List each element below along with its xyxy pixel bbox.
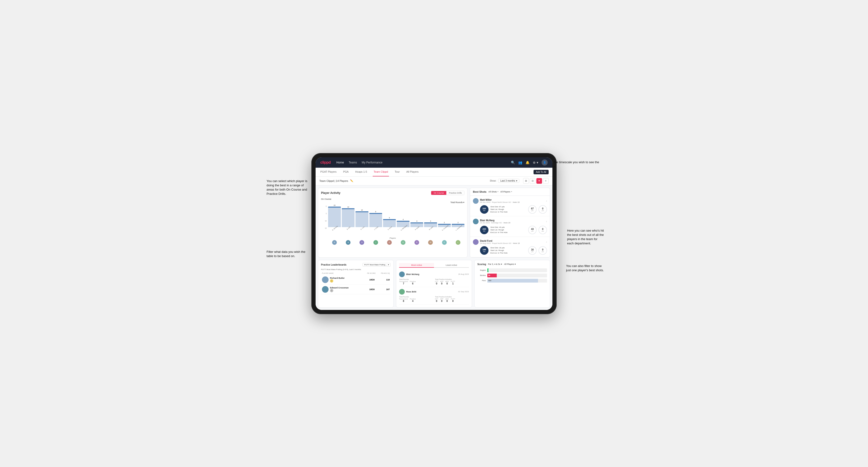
player-info: David Ford 24 Aug 2023 · Royal North Dev… (480, 240, 545, 244)
stat-value-1: 16 (531, 248, 533, 251)
player-avatar-8[interactable]: E (442, 240, 447, 245)
bar[interactable] (383, 219, 396, 227)
all-shots-dropdown[interactable]: All Shots ▾ (488, 191, 498, 193)
shot-item-2[interactable]: David Ford 24 Aug 2023 · Royal North Dev… (470, 237, 550, 257)
arg-stat: ARG 0 (445, 298, 449, 302)
tab-pgat[interactable]: PGAT Players (319, 168, 338, 177)
edit-icon[interactable]: ✏️ (350, 179, 353, 182)
scoring-arrow1-icon: ▾ (501, 263, 502, 266)
shot-details: 198 SG Shot Dist: 16 ydsStart Lie: Rough… (473, 246, 547, 255)
annotation-best-shots: Here you can see who's hit the best shot… (567, 228, 604, 246)
badge-value: 200 (483, 228, 486, 230)
practice-activities-group: Total Practice Activities GTT 0 APP 0 AR… (435, 296, 469, 302)
bar[interactable] (452, 224, 464, 227)
bar[interactable] (410, 222, 423, 227)
chart-dropdown[interactable]: Total Rounds ▾ (450, 201, 464, 204)
view-grid2-button[interactable]: ⊞ (523, 178, 529, 184)
y-label-15: 15 (321, 227, 327, 229)
player-avatar-2[interactable]: D (360, 240, 364, 245)
active-avatar (399, 272, 405, 277)
rounds-stats: Tournament 8 Practice 4 (399, 298, 433, 302)
player-avatar-3[interactable]: J (373, 240, 378, 245)
dropdown-chevron-icon: ▾ (463, 201, 464, 204)
player-avatar-1[interactable]: B (346, 240, 350, 245)
add-button[interactable]: ⊕ ▾ (533, 161, 538, 164)
col-pb-avg: PB AVG SQ (375, 272, 390, 274)
player-info: Matt Miller 09 Jun 2023 · Royal North De… (480, 198, 545, 203)
bar[interactable] (342, 208, 354, 227)
bar-highlight (369, 213, 382, 214)
bar[interactable] (424, 222, 437, 227)
nav-teams[interactable]: Teams (349, 161, 357, 164)
stat-unit-1: yds (531, 251, 533, 252)
practice-avatar (322, 276, 329, 283)
bottom-grid: Practice Leaderboards PUTT Must Make Put… (316, 260, 552, 310)
show-dropdown[interactable]: Last 3 months ▾ (498, 179, 519, 183)
badge-sub: SG (483, 251, 486, 252)
tournament-stat: Tournament 7 (399, 281, 408, 285)
bar-group-1: 12 B. Britt (342, 206, 354, 229)
scoring-bars: Eagles 3 Birdies 96 Pars 499 (477, 269, 547, 283)
avatar[interactable]: 👤 (541, 159, 548, 165)
player-meta: 23 Jul 2023 · Ashridge GC · Hole 15 (480, 222, 545, 224)
tab-team-clippd[interactable]: Team Clippd (373, 168, 389, 177)
player-avatar-7[interactable]: M (428, 240, 433, 245)
practice-player: Edward Crossman 2 (322, 286, 360, 293)
stat-value-2: 0 (542, 248, 544, 251)
player-avatar-6[interactable]: R (414, 240, 419, 245)
practice-table-header: PLAYER NAME PB SCORE PB AVG SQ (321, 272, 391, 274)
add-team-button[interactable]: Add To All (533, 170, 549, 174)
all-players-dropdown[interactable]: All Players ▾ (500, 191, 512, 193)
scoring-filter1[interactable]: Par 3, 4 & 5s ▾ (488, 263, 502, 266)
scoring-row-pars: Pars 499 (477, 279, 547, 283)
practice-rows: Richard Butler 1 19/20 110 Edward Crossm… (321, 275, 391, 294)
player-avatar-9[interactable]: L (456, 240, 460, 245)
scoring-label-birdies: Birdies (477, 274, 486, 276)
tab-pga[interactable]: PGA (342, 168, 349, 177)
bar[interactable] (397, 221, 409, 227)
bar[interactable] (328, 207, 341, 227)
bar-highlight (410, 222, 423, 223)
practice-drills-toggle[interactable]: Practice Drills (446, 191, 464, 195)
scoring-filter2[interactable]: All Players ▾ (504, 263, 516, 266)
team-title: Team Clippd | 14 Players (319, 180, 348, 182)
player-avatar-5[interactable]: G (401, 240, 405, 245)
tab-all-players[interactable]: All Players (405, 168, 420, 177)
player-avatar-0[interactable]: B (332, 240, 337, 245)
bell-button[interactable]: 🔔 (526, 161, 530, 164)
stats-row: Total Rounds Tournament 7 Practice 6 Tot… (399, 279, 469, 285)
tab-tour[interactable]: Tour (394, 168, 401, 177)
active-player-header: Rees Britt 02 Sep 2023 (399, 289, 469, 294)
col-player-name: PLAYER NAME (322, 272, 361, 274)
practice-dropdown[interactable]: PUTT Must Make Putting ... ▾ (363, 263, 391, 267)
practice-value: 4 (412, 300, 413, 302)
active-tabs: Most Active Least Active (399, 263, 469, 268)
player-avatar-4[interactable]: E (387, 240, 392, 245)
users-button[interactable]: 👥 (518, 161, 522, 164)
bar[interactable] (355, 211, 368, 227)
bar-group-0: 13 B. McHarg (328, 205, 341, 229)
view-list-button[interactable]: ≡ (543, 178, 549, 184)
stat-value-2: 0 (542, 228, 544, 230)
least-active-tab[interactable]: Least Active (434, 263, 469, 268)
shot-item-0[interactable]: Matt Miller 09 Jun 2023 · Royal North De… (470, 196, 550, 216)
nav-home[interactable]: Home (336, 161, 344, 164)
search-button[interactable]: 🔍 (511, 161, 515, 164)
view-icons: ⊞ ⊟ ♥ ≡ (523, 178, 549, 184)
chart-label: On Course (321, 198, 464, 200)
view-grid3-button[interactable]: ⊟ (530, 178, 535, 184)
stat-unit-2: yds (541, 210, 544, 211)
nav-my-performance[interactable]: My Performance (362, 161, 382, 164)
bar-group-7: 3 M. Miller (424, 220, 437, 229)
active-player-header: Blair McHarg 26 Aug 2023 (399, 272, 469, 277)
shot-stat-1: 67 yds (528, 205, 536, 214)
rounds-stats: Tournament 7 Practice 6 (399, 281, 433, 285)
tab-hcaps[interactable]: Hcaps 1-5 (354, 168, 368, 177)
most-active-tab[interactable]: Most Active (399, 263, 434, 268)
shot-item-1[interactable]: Blair McHarg 23 Jul 2023 · Ashridge GC ·… (470, 216, 550, 237)
stats-row: Total Rounds Tournament 8 Practice 4 Tot… (399, 296, 469, 302)
on-course-toggle[interactable]: On Course (431, 191, 446, 195)
bar[interactable] (369, 213, 382, 227)
player-name: Matt Miller (480, 198, 545, 201)
view-heart-button[interactable]: ♥ (536, 178, 542, 184)
